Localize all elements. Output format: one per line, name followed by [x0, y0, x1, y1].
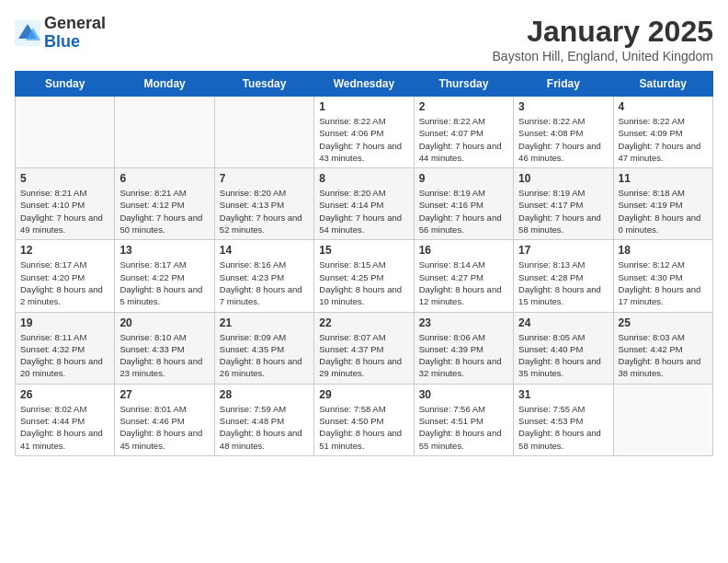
day-cell: 7 Sunrise: 8:20 AMSunset: 4:13 PMDayligh…	[214, 168, 313, 240]
day-number: 24	[518, 316, 608, 329]
day-cell: 10 Sunrise: 8:19 AMSunset: 4:17 PMDaylig…	[514, 168, 613, 240]
day-number: 14	[220, 244, 309, 257]
logo-blue: Blue	[44, 32, 80, 51]
day-cell	[214, 97, 313, 168]
weekday-header-sunday: Sunday	[16, 72, 115, 97]
day-cell: 28 Sunrise: 7:59 AMSunset: 4:48 PMDaylig…	[214, 384, 313, 455]
day-number: 4	[619, 100, 708, 113]
day-number: 9	[419, 172, 508, 185]
logo-text: General Blue	[44, 15, 106, 52]
day-number: 31	[518, 388, 608, 401]
day-number: 19	[20, 316, 109, 329]
calendar: SundayMondayTuesdayWednesdayThursdayFrid…	[15, 71, 713, 456]
day-cell: 24 Sunrise: 8:05 AMSunset: 4:40 PMDaylig…	[514, 312, 613, 384]
day-info: Sunrise: 7:59 AMSunset: 4:48 PMDaylight:…	[220, 403, 309, 452]
day-info: Sunrise: 8:11 AMSunset: 4:32 PMDaylight:…	[20, 331, 109, 380]
day-cell: 12 Sunrise: 8:17 AMSunset: 4:20 PMDaylig…	[16, 240, 115, 312]
day-cell: 1 Sunrise: 8:22 AMSunset: 4:06 PMDayligh…	[314, 97, 414, 168]
day-cell	[115, 97, 214, 168]
day-cell: 13 Sunrise: 8:17 AMSunset: 4:22 PMDaylig…	[115, 240, 214, 312]
week-row-1: 1 Sunrise: 8:22 AMSunset: 4:06 PMDayligh…	[16, 97, 713, 168]
day-info: Sunrise: 8:07 AMSunset: 4:37 PMDaylight:…	[319, 331, 408, 380]
day-info: Sunrise: 8:17 AMSunset: 4:20 PMDaylight:…	[20, 259, 109, 307]
day-number: 6	[119, 172, 209, 185]
day-info: Sunrise: 8:13 AMSunset: 4:28 PMDaylight:…	[518, 259, 608, 307]
day-number: 7	[220, 172, 309, 185]
title-section: January 2025 Bayston Hill, England, Unit…	[493, 15, 713, 63]
day-info: Sunrise: 8:10 AMSunset: 4:33 PMDaylight:…	[119, 331, 209, 380]
day-number: 3	[518, 100, 608, 113]
day-number: 11	[619, 172, 708, 185]
day-info: Sunrise: 8:16 AMSunset: 4:23 PMDaylight:…	[220, 259, 309, 307]
weekday-header-row: SundayMondayTuesdayWednesdayThursdayFrid…	[16, 72, 713, 97]
day-number: 16	[419, 244, 508, 257]
day-number: 12	[20, 244, 109, 257]
location: Bayston Hill, England, United Kingdom	[493, 49, 713, 63]
day-info: Sunrise: 8:15 AMSunset: 4:25 PMDaylight:…	[319, 259, 408, 307]
day-cell: 31 Sunrise: 7:55 AMSunset: 4:53 PMDaylig…	[514, 384, 613, 455]
week-row-2: 5 Sunrise: 8:21 AMSunset: 4:10 PMDayligh…	[16, 168, 713, 240]
day-info: Sunrise: 8:22 AMSunset: 4:07 PMDaylight:…	[419, 115, 508, 164]
day-cell: 22 Sunrise: 8:07 AMSunset: 4:37 PMDaylig…	[314, 312, 414, 384]
day-number: 26	[20, 388, 109, 401]
day-info: Sunrise: 7:56 AMSunset: 4:51 PMDaylight:…	[419, 403, 508, 452]
day-number: 28	[220, 388, 309, 401]
day-number: 10	[518, 172, 608, 185]
day-info: Sunrise: 8:21 AMSunset: 4:12 PMDaylight:…	[119, 187, 209, 236]
day-info: Sunrise: 8:03 AMSunset: 4:42 PMDaylight:…	[619, 331, 708, 380]
day-info: Sunrise: 7:58 AMSunset: 4:50 PMDaylight:…	[319, 403, 408, 452]
day-info: Sunrise: 8:19 AMSunset: 4:17 PMDaylight:…	[518, 187, 608, 236]
day-info: Sunrise: 8:22 AMSunset: 4:08 PMDaylight:…	[518, 115, 608, 164]
day-number: 20	[119, 316, 209, 329]
day-info: Sunrise: 8:22 AMSunset: 4:06 PMDaylight:…	[319, 115, 408, 164]
day-cell: 6 Sunrise: 8:21 AMSunset: 4:12 PMDayligh…	[115, 168, 214, 240]
day-number: 5	[20, 172, 109, 185]
day-cell: 5 Sunrise: 8:21 AMSunset: 4:10 PMDayligh…	[16, 168, 115, 240]
logo-icon	[15, 20, 40, 46]
day-info: Sunrise: 8:18 AMSunset: 4:19 PMDaylight:…	[619, 187, 708, 236]
day-info: Sunrise: 8:01 AMSunset: 4:46 PMDaylight:…	[119, 403, 209, 452]
day-info: Sunrise: 8:20 AMSunset: 4:13 PMDaylight:…	[220, 187, 309, 236]
week-row-3: 12 Sunrise: 8:17 AMSunset: 4:20 PMDaylig…	[16, 240, 713, 312]
day-cell: 20 Sunrise: 8:10 AMSunset: 4:33 PMDaylig…	[115, 312, 214, 384]
day-cell: 4 Sunrise: 8:22 AMSunset: 4:09 PMDayligh…	[613, 97, 712, 168]
logo: General Blue	[15, 15, 106, 52]
logo-general: General	[44, 14, 106, 32]
day-info: Sunrise: 8:17 AMSunset: 4:22 PMDaylight:…	[119, 259, 209, 307]
day-cell: 9 Sunrise: 8:19 AMSunset: 4:16 PMDayligh…	[414, 168, 513, 240]
day-cell: 11 Sunrise: 8:18 AMSunset: 4:19 PMDaylig…	[613, 168, 712, 240]
day-number: 27	[119, 388, 209, 401]
day-cell: 23 Sunrise: 8:06 AMSunset: 4:39 PMDaylig…	[414, 312, 513, 384]
day-cell: 8 Sunrise: 8:20 AMSunset: 4:14 PMDayligh…	[314, 168, 414, 240]
day-number: 25	[619, 316, 708, 329]
day-info: Sunrise: 8:20 AMSunset: 4:14 PMDaylight:…	[319, 187, 408, 236]
header: General Blue January 2025 Bayston Hill, …	[15, 15, 713, 63]
day-info: Sunrise: 8:19 AMSunset: 4:16 PMDaylight:…	[419, 187, 508, 236]
day-cell: 18 Sunrise: 8:12 AMSunset: 4:30 PMDaylig…	[613, 240, 712, 312]
day-info: Sunrise: 8:02 AMSunset: 4:44 PMDaylight:…	[20, 403, 109, 452]
day-info: Sunrise: 8:05 AMSunset: 4:40 PMDaylight:…	[518, 331, 608, 380]
day-number: 30	[419, 388, 508, 401]
day-cell: 15 Sunrise: 8:15 AMSunset: 4:25 PMDaylig…	[314, 240, 414, 312]
day-cell: 27 Sunrise: 8:01 AMSunset: 4:46 PMDaylig…	[115, 384, 214, 455]
day-info: Sunrise: 7:55 AMSunset: 4:53 PMDaylight:…	[518, 403, 608, 452]
day-cell: 26 Sunrise: 8:02 AMSunset: 4:44 PMDaylig…	[16, 384, 115, 455]
day-cell: 29 Sunrise: 7:58 AMSunset: 4:50 PMDaylig…	[314, 384, 414, 455]
day-number: 13	[119, 244, 209, 257]
day-info: Sunrise: 8:21 AMSunset: 4:10 PMDaylight:…	[20, 187, 109, 236]
day-cell: 25 Sunrise: 8:03 AMSunset: 4:42 PMDaylig…	[613, 312, 712, 384]
day-cell: 3 Sunrise: 8:22 AMSunset: 4:08 PMDayligh…	[514, 97, 613, 168]
day-number: 8	[319, 172, 408, 185]
day-number: 15	[319, 244, 408, 257]
weekday-header-tuesday: Tuesday	[214, 72, 313, 97]
day-cell: 30 Sunrise: 7:56 AMSunset: 4:51 PMDaylig…	[414, 384, 513, 455]
day-info: Sunrise: 8:12 AMSunset: 4:30 PMDaylight:…	[619, 259, 708, 307]
day-info: Sunrise: 8:09 AMSunset: 4:35 PMDaylight:…	[220, 331, 309, 380]
weekday-header-wednesday: Wednesday	[314, 72, 414, 97]
day-cell: 14 Sunrise: 8:16 AMSunset: 4:23 PMDaylig…	[214, 240, 313, 312]
day-number: 23	[419, 316, 508, 329]
day-number: 1	[319, 100, 408, 113]
day-number: 18	[619, 244, 708, 257]
day-info: Sunrise: 8:06 AMSunset: 4:39 PMDaylight:…	[419, 331, 508, 380]
day-number: 22	[319, 316, 408, 329]
